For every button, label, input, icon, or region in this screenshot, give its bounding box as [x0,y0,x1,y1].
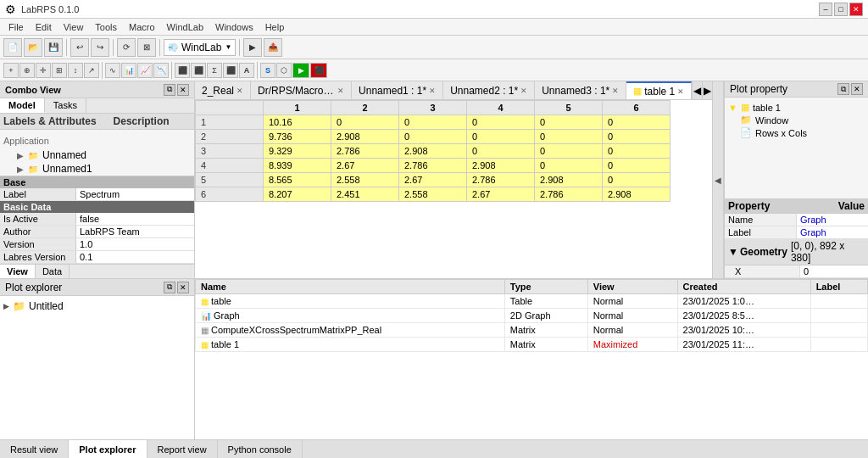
rt-item-table1[interactable]: ▼ ▦ table 1 [728,101,865,114]
rt-item-window[interactable]: 📁 Window [728,114,865,126]
plot-explorer-float-btn[interactable]: ⧉ [164,282,175,293]
cell-3-4: 0 [467,144,535,159]
tb2-play[interactable]: ▶ [292,63,309,78]
list-item[interactable]: 📊 Graph 2D Graph Normal 23/01/2025 8:5… [196,309,868,323]
menu-view[interactable]: View [58,21,89,33]
right-panel-float-btn[interactable]: ⧉ [837,83,849,95]
status-tab-result[interactable]: Result view [0,440,69,458]
menu-edit[interactable]: Edit [31,21,57,33]
doc-tab-2real[interactable]: 2_Real ✕ [195,81,251,99]
doc-tab-unnamed2[interactable]: Unnamed2 : 1* ✕ [443,81,535,99]
plot-explorer-close-btn[interactable]: ✕ [177,282,189,293]
tab-nav-left[interactable]: ◀ [692,81,702,100]
plot-explorer-item-untitled[interactable]: ▶ 📁 Untitled [3,299,191,313]
bc-cell-view-1: Normal [587,294,677,309]
base-section-header: Base [0,176,194,188]
stop-button[interactable]: ⊠ [137,38,156,57]
untitled-folder-icon: 📁 [13,300,25,312]
tab-editor-close[interactable]: ✕ [337,87,344,95]
tab-tasks[interactable]: Tasks [45,98,86,113]
doc-tab-unnamed3[interactable]: Unnamed3 : 1* ✕ [535,81,626,99]
tab-unnamed2-close[interactable]: ✕ [520,87,527,95]
windlab-dropdown[interactable]: 💨 WindLab ▼ [164,39,236,56]
window-controls[interactable]: – □ ✕ [819,3,863,16]
tb2-resize[interactable]: ↕ [68,63,83,78]
cell-3-1: 9.329 [264,144,331,159]
list-item[interactable]: ▦ ComputeXCrossSpectrumMatrixPP_Real Mat… [196,323,868,338]
cell-5-1: 8.565 [264,173,331,187]
new-button[interactable]: 📄 [3,38,22,57]
menu-file[interactable]: File [3,21,29,33]
tb2-hist[interactable]: 📈 [137,63,153,78]
tb2-sigma[interactable]: Σ [207,63,222,78]
tab-data[interactable]: Data [36,265,70,278]
tb2-grid[interactable]: ⊞ [52,63,67,78]
list-item[interactable]: ▦ table 1 Matrix Maximized 23/01/2025 11… [196,338,868,352]
cell-4-1: 8.939 [264,159,331,173]
tb2-curve[interactable]: ∿ [105,63,120,78]
menu-tools[interactable]: Tools [90,21,122,33]
tb2-b3[interactable]: ⬛ [223,63,238,78]
rp-geometry-arrow: ▼ [728,246,738,258]
tb2-a[interactable]: A [239,63,254,78]
redo-button[interactable]: ↪ [91,38,109,57]
bc-col-type: Type [504,280,587,294]
tb2-b2[interactable]: ⬛ [191,63,206,78]
refresh-button[interactable]: ⟳ [117,38,136,57]
menu-help[interactable]: Help [260,21,290,33]
panel-close-btn[interactable]: ✕ [177,84,189,96]
menu-windows[interactable]: Windows [210,21,259,33]
right-panel-close-btn[interactable]: ✕ [851,83,863,95]
rt-item-rowscols[interactable]: 📄 Rows x Cols [728,126,865,139]
tb2-line[interactable]: 📉 [153,63,169,78]
right-collapse-arrow[interactable]: ◀ [712,81,724,278]
menu-macro[interactable]: Macro [124,21,160,33]
run-button[interactable]: ▶ [243,38,262,57]
undo-button[interactable]: ↩ [70,38,89,57]
tb2-arrow[interactable]: ↗ [84,63,99,78]
tree-item-unnamed[interactable]: ▶ 📁 Unnamed [3,148,191,162]
model-tree: Application ▶ 📁 Unnamed ▶ 📁 Unnamed1 ▶ 📁… [0,130,194,176]
tb2-s[interactable]: S [260,63,275,78]
minimize-button[interactable]: – [819,3,832,16]
tab-model[interactable]: Model [0,98,45,113]
doc-tab-unnamed1[interactable]: Unnamed1 : 1* ✕ [352,81,443,99]
tb2-b1[interactable]: ⬛ [175,63,190,78]
tree-item-unnamed1[interactable]: ▶ 📁 Unnamed1 [3,162,191,176]
export-button[interactable]: 📤 [264,38,282,57]
tb2-hex[interactable]: ⬡ [276,63,292,78]
status-tab-python[interactable]: Python console [218,440,303,458]
tab-view[interactable]: View [0,265,36,278]
right-panel-btns[interactable]: ⧉ ✕ [837,83,863,95]
rt-table1-icon: ▼ [728,103,737,113]
tab-unnamed3-close[interactable]: ✕ [612,87,619,95]
save-button[interactable]: 💾 [44,38,63,57]
menu-windlab[interactable]: WindLab [162,21,209,33]
sep-4 [239,39,240,56]
status-tab-plot[interactable]: Plot explorer [69,440,147,458]
tb2-crosshair[interactable]: ⊕ [19,63,35,78]
tb2-bar[interactable]: 📊 [121,63,136,78]
doc-tab-editor[interactable]: Dr/RPS/Macros/RPSCholeskyDecomposition.p… [251,81,352,99]
tab-2real-close[interactable]: ✕ [236,87,243,95]
tb2-add[interactable]: + [3,63,19,78]
tab-nav-right[interactable]: ▶ [702,81,712,100]
col-header-4: 4 [467,101,535,115]
tab-unnamed1-close[interactable]: ✕ [429,87,436,95]
plot-explorer-btns[interactable]: ⧉ ✕ [164,282,189,293]
tb2-stop[interactable]: ⬛ [310,63,327,78]
tab-editor-label: Dr/RPS/Macros/RPSCholeskyDecomposition.p… [258,85,335,97]
status-tab-report[interactable]: Report view [147,440,218,458]
doc-tab-table1[interactable]: ▦ table 1 ✕ [626,81,692,99]
rt-rowscols-label: Rows x Cols [755,128,807,138]
tab-table1-close[interactable]: ✕ [677,87,684,96]
panel-header-btns[interactable]: ⧉ ✕ [164,84,189,96]
open-button[interactable]: 📂 [24,38,42,57]
tb2-plus[interactable]: ✛ [36,63,51,78]
list-item[interactable]: ▦ table Table Normal 23/01/2025 1:0… [196,294,868,309]
panel-float-btn[interactable]: ⧉ [164,84,175,96]
bottom-center-content[interactable]: Name Type View Created Label ▦ table Tab… [195,279,868,439]
maximize-button[interactable]: □ [834,3,848,16]
close-button[interactable]: ✕ [849,3,863,16]
data-grid[interactable]: 1 2 3 4 5 6 1 10.16 0 0 0 0 [195,100,712,278]
